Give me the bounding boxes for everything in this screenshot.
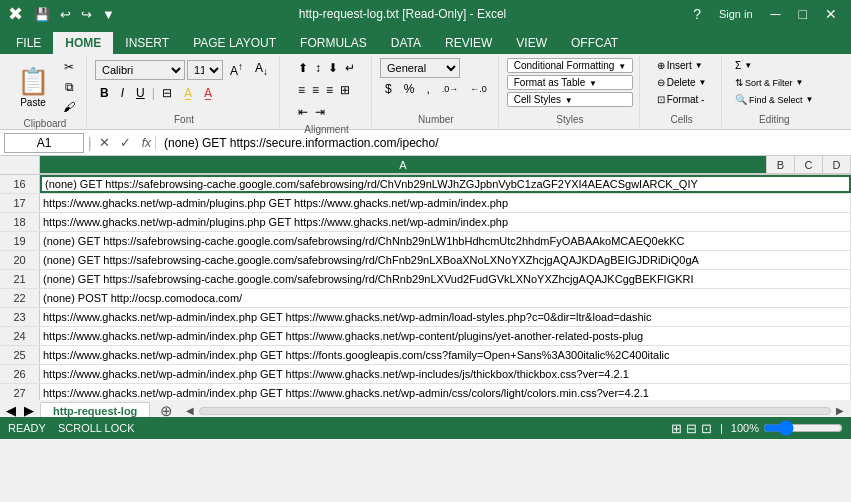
bold-btn[interactable]: B	[95, 84, 114, 102]
conditional-formatting-btn[interactable]: Conditional Formatting ▼	[507, 58, 633, 73]
format-btn[interactable]: ⊡ Format -	[652, 92, 712, 107]
row-num-header	[0, 156, 40, 174]
tab-review[interactable]: REVIEW	[433, 32, 504, 54]
cell-a24[interactable]: https://www.ghacks.net/wp-admin/index.ph…	[40, 327, 851, 345]
number-format-select[interactable]: General	[380, 58, 460, 78]
decrease-decimal-btn[interactable]: ←.0	[465, 80, 492, 98]
insert-btn[interactable]: ⊕ Insert ▼	[652, 58, 712, 73]
align-middle-btn[interactable]: ↕	[312, 58, 324, 78]
cell-a18[interactable]: https://www.ghacks.net/wp-admin/plugins.…	[40, 213, 851, 231]
paste-button[interactable]: 📋 Paste	[10, 61, 56, 113]
format-painter-button[interactable]: 🖌	[58, 98, 80, 116]
tab-home[interactable]: HOME	[53, 32, 113, 54]
increase-font-btn[interactable]: A↑	[225, 59, 248, 80]
increase-indent-btn[interactable]: ⇥	[312, 102, 328, 122]
col-header-d[interactable]: D	[823, 156, 851, 174]
undo-btn[interactable]: ↩	[57, 5, 74, 24]
row-num-20[interactable]: 20	[0, 251, 40, 269]
fill-color-btn[interactable]: A̲	[179, 84, 197, 102]
view-layout-btn[interactable]: ⊟	[686, 421, 697, 436]
align-right-btn[interactable]: ≡	[323, 80, 336, 100]
row-num-17[interactable]: 17	[0, 194, 40, 212]
view-normal-btn[interactable]: ⊞	[671, 421, 682, 436]
cell-a17[interactable]: https://www.ghacks.net/wp-admin/plugins.…	[40, 194, 851, 212]
cell-name-box[interactable]	[4, 133, 84, 153]
sort-filter-btn[interactable]: ⇅ Sort & Filter ▼	[730, 75, 808, 90]
tab-insert[interactable]: INSERT	[113, 32, 181, 54]
font-size-select[interactable]: 11	[187, 60, 223, 80]
row-num-23[interactable]: 23	[0, 308, 40, 326]
align-center-btn[interactable]: ≡	[309, 80, 322, 100]
prev-sheet-btn[interactable]: ◀	[4, 401, 18, 417]
row-num-18[interactable]: 18	[0, 213, 40, 231]
find-btn[interactable]: 🔍 Find & Select ▼	[730, 92, 818, 107]
cell-a16[interactable]: (none) GET https://safebrowsing-cache.go…	[40, 175, 851, 193]
decrease-indent-btn[interactable]: ⇤	[295, 102, 311, 122]
align-bottom-btn[interactable]: ⬇	[325, 58, 341, 78]
sign-in-link[interactable]: Sign in	[713, 6, 759, 22]
row-num-21[interactable]: 21	[0, 270, 40, 288]
cell-styles-btn[interactable]: Cell Styles ▼	[507, 92, 633, 107]
row-num-19[interactable]: 19	[0, 232, 40, 250]
underline-btn[interactable]: U	[131, 84, 150, 102]
align-top-btn[interactable]: ⬆	[295, 58, 311, 78]
cell-a23[interactable]: https://www.ghacks.net/wp-admin/index.ph…	[40, 308, 851, 326]
row-num-22[interactable]: 22	[0, 289, 40, 307]
scroll-left-btn[interactable]: ◀	[183, 405, 197, 416]
tab-formulas[interactable]: FORMULAS	[288, 32, 379, 54]
col-header-c[interactable]: C	[795, 156, 823, 174]
h-scroll-track[interactable]	[199, 407, 831, 415]
cut-button[interactable]: ✂	[58, 58, 80, 76]
font-family-select[interactable]: Calibri	[95, 60, 185, 80]
redo-btn[interactable]: ↪	[78, 5, 95, 24]
increase-decimal-btn[interactable]: .0→	[437, 80, 464, 98]
decrease-font-btn[interactable]: A↓	[250, 59, 273, 79]
row-num-16[interactable]: 16	[0, 175, 40, 193]
add-sheet-btn[interactable]: ⊕	[154, 400, 179, 418]
format-as-table-btn[interactable]: Format as Table ▼	[507, 75, 633, 90]
tab-view[interactable]: VIEW	[504, 32, 559, 54]
cell-a20[interactable]: (none) GET https://safebrowsing-cache.go…	[40, 251, 851, 269]
row-num-25[interactable]: 25	[0, 346, 40, 364]
help-btn[interactable]: ?	[687, 4, 707, 24]
cell-a25[interactable]: https://www.ghacks.net/wp-admin/index.ph…	[40, 346, 851, 364]
formula-input[interactable]	[160, 136, 847, 150]
row-num-24[interactable]: 24	[0, 327, 40, 345]
wrap-text-btn[interactable]: ↵	[342, 58, 358, 78]
font-color-btn[interactable]: A̲	[199, 84, 217, 102]
cell-a19[interactable]: (none) GET https://safebrowsing-cache.go…	[40, 232, 851, 250]
col-header-a[interactable]: A	[40, 156, 767, 174]
sum-arrow: ▼	[744, 61, 752, 70]
col-header-b[interactable]: B	[767, 156, 795, 174]
save-quick-btn[interactable]: 💾	[31, 5, 53, 24]
delete-btn[interactable]: ⊖ Delete ▼	[652, 75, 712, 90]
sheet-tab-http-request-log[interactable]: http-request-log	[40, 402, 150, 418]
border-btn[interactable]: ⊟	[157, 84, 177, 102]
cell-a22[interactable]: (none) POST http://ocsp.comodoca.com/	[40, 289, 851, 307]
minimize-btn[interactable]: ─	[765, 4, 787, 24]
copy-button[interactable]: ⧉	[58, 78, 80, 96]
tab-page-layout[interactable]: PAGE LAYOUT	[181, 32, 288, 54]
formula-cancel-btn[interactable]: ✕	[96, 134, 113, 151]
scroll-right-btn[interactable]: ▶	[833, 405, 847, 416]
tab-data[interactable]: DATA	[379, 32, 433, 54]
tab-file[interactable]: FILE	[4, 32, 53, 54]
align-left-btn[interactable]: ≡	[295, 80, 308, 100]
merge-btn[interactable]: ⊞	[337, 80, 353, 100]
row-num-26[interactable]: 26	[0, 365, 40, 383]
tab-offcat[interactable]: OFFCAT	[559, 32, 630, 54]
cell-a26[interactable]: https://www.ghacks.net/wp-admin/index.ph…	[40, 365, 851, 383]
restore-btn[interactable]: □	[793, 4, 813, 24]
quick-access-dropdown[interactable]: ▼	[99, 5, 118, 24]
close-btn[interactable]: ✕	[819, 4, 843, 24]
comma-btn[interactable]: ,	[421, 80, 434, 98]
next-sheet-btn[interactable]: ▶	[22, 401, 36, 417]
percent-btn[interactable]: %	[399, 80, 420, 98]
formula-confirm-btn[interactable]: ✓	[117, 134, 134, 151]
currency-btn[interactable]: $	[380, 80, 397, 98]
italic-btn[interactable]: I	[116, 84, 129, 102]
view-page-break-btn[interactable]: ⊡	[701, 421, 712, 436]
sum-btn[interactable]: Σ ▼	[730, 58, 757, 73]
zoom-slider[interactable]	[763, 420, 843, 436]
cell-a21[interactable]: (none) GET https://safebrowsing-cache.go…	[40, 270, 851, 288]
